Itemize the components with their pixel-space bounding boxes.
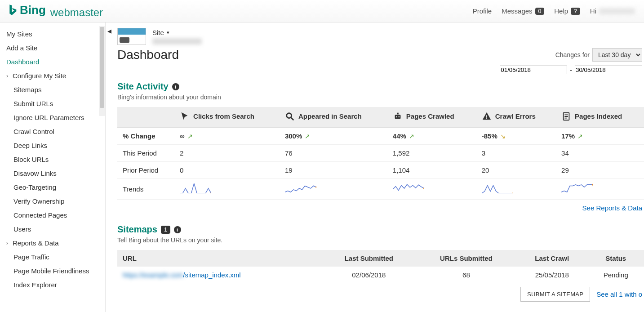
sidebar-item[interactable]: Geo-Targeting — [0, 180, 105, 194]
activity-cell — [556, 179, 644, 200]
date-from-input[interactable] — [500, 66, 567, 74]
sidebar-item[interactable]: My Sites — [0, 27, 105, 41]
svg-rect-1 — [395, 115, 400, 119]
sidebar-item[interactable]: ›Configure My Site — [0, 69, 105, 83]
sm-lastsub: 02/06/2018 — [322, 267, 416, 283]
activity-cell: 0 — [174, 162, 280, 179]
sidebar-item[interactable]: Connected Pages — [0, 208, 105, 222]
info-icon[interactable]: i — [174, 226, 181, 233]
row-label: Trends — [117, 179, 174, 200]
col-appeared[interactable]: Appeared in Search — [280, 107, 387, 128]
col-indexed[interactable]: Pages Indexed — [556, 107, 644, 128]
sidebar-item[interactable]: Deep Links — [0, 138, 105, 152]
changes-for: Changes for Last 30 day — [555, 48, 642, 62]
chevron-down-icon: ▾ — [167, 30, 169, 36]
nav-hi-label: Hi — [590, 7, 596, 15]
activity-cell: 1,104 — [387, 162, 476, 179]
sidebar-item-label: Crawl Control — [13, 128, 54, 135]
sidebar-item[interactable]: Disavow Links — [0, 166, 105, 180]
activity-cell — [476, 179, 556, 200]
sidebar-item[interactable]: Page Mobile Friendliness — [0, 264, 105, 278]
sidebar-item-label: Block URLs — [13, 156, 49, 163]
site-dropdown[interactable]: Site ▾ — [152, 29, 202, 36]
sm-urlssub: 68 — [416, 267, 516, 283]
cursor-icon — [180, 115, 190, 123]
sidebar-item-label: Add a Site — [6, 44, 37, 52]
sidebar-item[interactable]: Ignore URL Parameters — [0, 111, 105, 125]
sm-col-urlssub: URLs Submitted — [416, 250, 516, 267]
sidebar-item-label: Page Traffic — [13, 253, 49, 261]
sparkline — [180, 183, 211, 193]
date-range: - — [117, 66, 644, 74]
see-reports-link[interactable]: See Reports & Data — [582, 204, 642, 212]
svg-rect-5 — [486, 115, 487, 118]
nav-profile[interactable]: Profile — [473, 7, 492, 15]
sidebar-item-label: Users — [13, 225, 31, 233]
sidebar-item[interactable]: Crawl Control — [0, 125, 105, 138]
sidebar-item[interactable]: Submit URLs — [0, 97, 105, 111]
changes-for-select[interactable]: Last 30 day — [592, 48, 642, 62]
sidebar-item-label: My Sites — [6, 30, 32, 38]
nav-hi[interactable]: Hi — [590, 7, 635, 15]
sidebar-item[interactable]: Verify Ownership — [0, 194, 105, 208]
arrow-up-icon: ↗ — [305, 133, 310, 140]
activity-row: Prior Period0191,1042029 — [117, 162, 644, 179]
sitemap-url-link[interactable]: https://example.com/sitemap_index.xml — [123, 271, 241, 279]
sidebar-item[interactable]: ›Reports & Data — [0, 236, 105, 250]
sitemaps-sub: Tell Bing about the URLs on your site. — [117, 236, 644, 244]
sidebar-item-label: Ignore URL Parameters — [13, 114, 84, 121]
svg-point-2 — [396, 116, 397, 118]
layout: My SitesAdd a SiteDashboard›Configure My… — [0, 22, 644, 312]
sidebar-item[interactable]: Page Traffic — [0, 250, 105, 264]
activity-cell — [174, 179, 280, 200]
activity-row: This Period2761,592334 — [117, 145, 644, 162]
sitemap-row[interactable]: https://example.com/sitemap_index.xml 02… — [117, 267, 644, 283]
activity-cell: 2 — [174, 145, 280, 162]
sidebar-item[interactable]: Sitemaps — [0, 83, 105, 97]
warning-icon — [482, 115, 492, 123]
sidebar-item[interactable]: Dashboard — [0, 55, 105, 69]
brand[interactable]: Bing webmaster — [8, 3, 103, 19]
main: Site ▾ Dashboard Changes for Last 30 day… — [106, 22, 644, 312]
sm-col-lastcrawl: Last Crawl — [516, 250, 587, 267]
sidebar-scrollbar[interactable] — [99, 26, 105, 116]
sidebar-collapse-handle[interactable]: ◂ — [107, 26, 111, 36]
site-url-redacted — [152, 38, 202, 45]
activity-cell: 300%↗ — [280, 128, 387, 145]
sparkline — [561, 183, 593, 193]
col-crawled[interactable]: Pages Crawled — [387, 107, 476, 128]
page-title: Dashboard — [117, 48, 179, 62]
sidebar-item[interactable]: Index Explorer — [0, 278, 105, 292]
see-all-sitemaps-link[interactable]: See all 1 with o — [596, 290, 642, 298]
site-header: Site ▾ — [117, 28, 644, 45]
sidebar-item[interactable]: Block URLs — [0, 152, 105, 166]
activity-cell: 29 — [556, 162, 644, 179]
activity-cell: ∞↗ — [174, 128, 280, 145]
nav-messages[interactable]: Messages 0 — [502, 7, 544, 15]
sidebar-item-label: Index Explorer — [13, 281, 57, 289]
svg-point-12 — [592, 184, 593, 186]
activity-cell: 1,592 — [387, 145, 476, 162]
svg-rect-6 — [486, 118, 487, 119]
date-to-input[interactable] — [575, 66, 642, 74]
activity-cell: 3 — [476, 145, 556, 162]
bing-icon — [8, 4, 17, 16]
brand-bing-text: Bing — [20, 3, 46, 17]
search-icon — [285, 115, 295, 123]
submit-sitemap-button[interactable]: SUBMIT A SITEMAP — [520, 287, 590, 302]
row-label: Prior Period — [117, 162, 174, 179]
topnav: Profile Messages 0 Help ? Hi — [473, 7, 635, 15]
info-icon[interactable]: i — [172, 83, 179, 90]
username-redacted — [599, 8, 635, 14]
site-thumbnail[interactable] — [117, 28, 146, 45]
nav-help[interactable]: Help ? — [554, 7, 580, 15]
row-label: % Change — [117, 128, 174, 145]
bing-logo: Bing — [8, 3, 46, 17]
sidebar-item[interactable]: Users — [0, 222, 105, 236]
col-clicks[interactable]: Clicks from Search — [174, 107, 280, 128]
sm-col-status: Status — [588, 250, 644, 267]
site-activity-title: Site Activity — [117, 81, 169, 92]
sidebar-item-label: Deep Links — [13, 142, 47, 149]
col-errors[interactable]: Crawl Errors — [476, 107, 556, 128]
sidebar-item[interactable]: Add a Site — [0, 41, 105, 55]
